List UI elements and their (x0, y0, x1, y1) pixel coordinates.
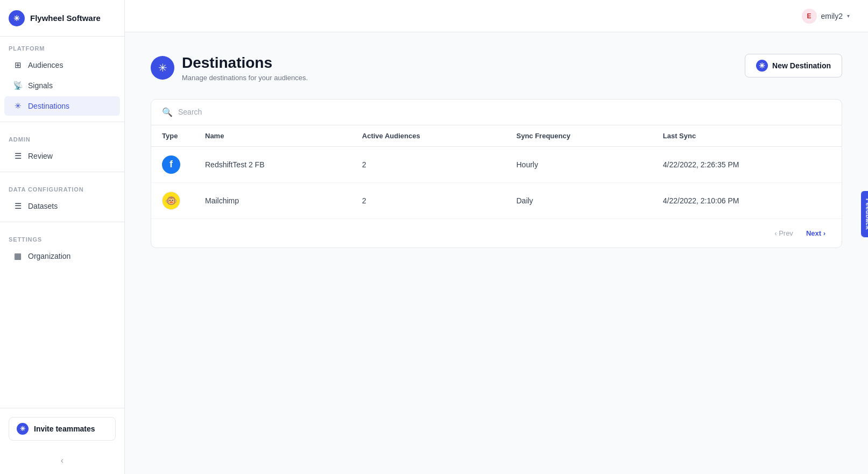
user-menu-chevron: ▾ (847, 13, 850, 19)
sidebar-item-destinations-label: Destinations (28, 102, 69, 110)
user-name: emily2 (821, 12, 843, 20)
settings-section-label: Settings (0, 228, 124, 246)
main-area: E emily2 ▾ ✳ Destinations Manage destina… (125, 0, 868, 474)
mailchimp-icon: 🐵 (162, 192, 180, 210)
cell-sync-frequency: Hourly (506, 146, 652, 182)
invite-icon: ✳ (17, 423, 29, 435)
col-last-sync: Last Sync (652, 125, 842, 147)
signals-icon: 📡 (13, 81, 23, 90)
sidebar-item-organization[interactable]: ▦ Organization (4, 246, 120, 266)
data-config-section-label: Data Configuration (0, 178, 124, 196)
page-title-icon: ✳ (151, 56, 174, 80)
audiences-icon: ⊞ (13, 60, 23, 70)
page-title-text: Destinations Manage destinations for you… (182, 54, 308, 82)
cell-active-audiences: 2 (351, 146, 506, 182)
col-name: Name (194, 125, 351, 147)
new-destination-label: New Destination (772, 61, 831, 70)
page-title-group: ✳ Destinations Manage destinations for y… (151, 54, 308, 82)
page-content: ✳ Destinations Manage destinations for y… (125, 32, 868, 474)
cell-active-audiences: 2 (351, 182, 506, 218)
invite-teammates-button[interactable]: ✳ Invite teammates (9, 417, 116, 441)
admin-section-label: Admin (0, 128, 124, 146)
new-destination-button[interactable]: ✳ New Destination (745, 54, 842, 77)
page-title: Destinations (182, 54, 308, 72)
search-bar: 🔍 (151, 100, 842, 125)
destinations-table-card: 🔍 Type Name Active Audiences Sync Freque… (151, 99, 842, 248)
sidebar-item-datasets-label: Datasets (28, 202, 58, 210)
sidebar-item-datasets[interactable]: ☰ Datasets (4, 196, 120, 216)
platform-section-label: Platform (0, 37, 124, 55)
sidebar-bottom: ✳ Invite teammates (0, 408, 124, 449)
pagination: ‹ Prev Next › (151, 218, 842, 247)
sidebar-item-signals[interactable]: 📡 Signals (4, 76, 120, 95)
feedback-tab[interactable]: Feedback (861, 190, 868, 237)
destinations-icon: ✳ (13, 101, 23, 111)
new-destination-icon: ✳ (756, 60, 768, 72)
sidebar-item-audiences[interactable]: ⊞ Audiences (4, 55, 120, 75)
facebook-icon: f (162, 155, 180, 174)
sidebar-item-audiences-label: Audiences (28, 61, 63, 69)
review-icon: ☰ (13, 151, 23, 161)
sidebar-item-organization-label: Organization (28, 252, 70, 260)
prev-label: ‹ Prev (774, 229, 793, 237)
cell-name: Mailchimp (194, 182, 351, 218)
table-header-row: Type Name Active Audiences Sync Frequenc… (151, 125, 842, 147)
datasets-icon: ☰ (13, 201, 23, 211)
sidebar-divider-3 (0, 222, 124, 222)
feedback-label: Feedback (864, 198, 868, 229)
page-header: ✳ Destinations Manage destinations for y… (151, 54, 842, 82)
destinations-table: Type Name Active Audiences Sync Frequenc… (151, 125, 842, 218)
col-active-audiences: Active Audiences (351, 125, 506, 147)
page-subtitle: Manage destinations for your audiences. (182, 74, 308, 82)
cell-name: RedshiftTest 2 FB (194, 146, 351, 182)
logo-icon: ✳ (9, 10, 25, 26)
prev-button[interactable]: ‹ Prev (769, 227, 799, 240)
sidebar-item-review[interactable]: ☰ Review (4, 146, 120, 166)
table-row[interactable]: 🐵 Mailchimp 2 Daily 4/22/2022, 2:10:06 P… (151, 182, 842, 218)
col-sync-frequency: Sync Frequency (506, 125, 652, 147)
sidebar-item-destinations[interactable]: ✳ Destinations (4, 96, 120, 116)
cell-type: f (151, 146, 194, 182)
search-input[interactable] (178, 108, 831, 116)
user-menu[interactable]: E emily2 ▾ (796, 5, 855, 27)
next-button[interactable]: Next › (801, 227, 831, 240)
organization-icon: ▦ (13, 251, 23, 261)
cell-last-sync: 4/22/2022, 2:26:35 PM (652, 146, 842, 182)
cell-sync-frequency: Daily (506, 182, 652, 218)
sidebar-item-signals-label: Signals (28, 81, 53, 90)
sidebar-divider-1 (0, 122, 124, 122)
logo-area: ✳ Flywheel Software (0, 0, 124, 37)
collapse-icon: ‹ (61, 456, 63, 465)
cell-type: 🐵 (151, 182, 194, 218)
sidebar-item-review-label: Review (28, 152, 53, 160)
col-type: Type (151, 125, 194, 147)
user-avatar: E (802, 9, 817, 24)
next-label: Next › (806, 229, 825, 237)
app-name: Flywheel Software (30, 13, 101, 23)
search-icon: 🔍 (162, 107, 173, 117)
sidebar-collapse-button[interactable]: ‹ (0, 449, 124, 474)
table-row[interactable]: f RedshiftTest 2 FB 2 Hourly 4/22/2022, … (151, 146, 842, 182)
sidebar: ✳ Flywheel Software Platform ⊞ Audiences… (0, 0, 125, 474)
sidebar-divider-2 (0, 172, 124, 172)
topbar: E emily2 ▾ (125, 0, 868, 32)
invite-teammates-label: Invite teammates (34, 425, 95, 433)
cell-last-sync: 4/22/2022, 2:10:06 PM (652, 182, 842, 218)
